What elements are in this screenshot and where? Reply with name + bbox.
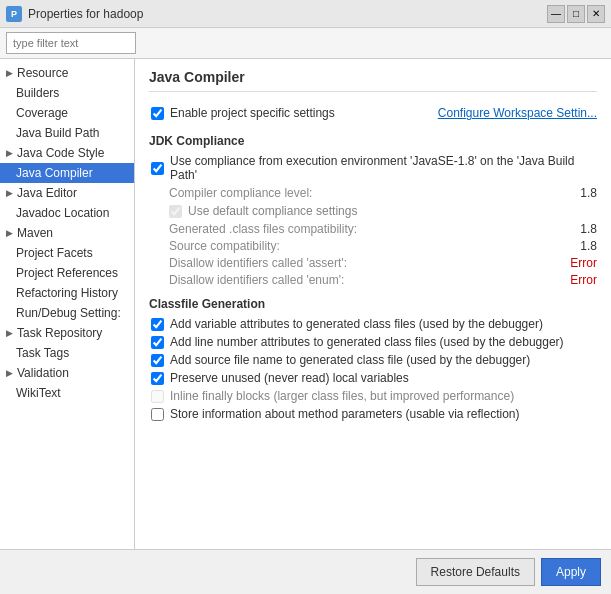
- compiler-compliance-label: Compiler compliance level:: [169, 186, 312, 200]
- sidebar-item-label: Builders: [16, 86, 59, 100]
- bottom-bar: Restore Defaults Apply: [0, 549, 611, 594]
- inline-finally-checkbox[interactable]: [151, 390, 164, 403]
- add-variable-attrs-label: Add variable attributes to generated cla…: [170, 317, 543, 331]
- use-default-compliance-checkbox[interactable]: [169, 205, 182, 218]
- sidebar-item-wikitext[interactable]: WikiText: [0, 383, 134, 403]
- store-method-params-checkbox[interactable]: [151, 408, 164, 421]
- sidebar-item-refactoring-history[interactable]: Refactoring History: [0, 283, 134, 303]
- chevron-right-icon: ▶: [6, 228, 13, 238]
- disallow-assert-value: Error: [570, 256, 597, 270]
- chevron-right-icon: ▶: [6, 188, 13, 198]
- apply-button[interactable]: Apply: [541, 558, 601, 586]
- add-variable-attrs-row: Add variable attributes to generated cla…: [151, 317, 597, 331]
- sidebar-item-label: Validation: [17, 366, 69, 380]
- use-compliance-row: Use compliance from execution environmen…: [151, 154, 597, 182]
- disallow-enum-label: Disallow identifiers called 'enum':: [169, 273, 344, 287]
- disallow-assert-label: Disallow identifiers called 'assert':: [169, 256, 347, 270]
- enable-project-checkbox[interactable]: [151, 107, 164, 120]
- enable-row: Enable project specific settings Configu…: [149, 102, 597, 124]
- sidebar-item-label: Project Facets: [16, 246, 93, 260]
- sidebar-item-project-references[interactable]: Project References: [0, 263, 134, 283]
- preserve-unused-row: Preserve unused (never read) local varia…: [151, 371, 597, 385]
- sidebar-item-javadoc-location[interactable]: Javadoc Location: [0, 203, 134, 223]
- add-line-number-checkbox[interactable]: [151, 336, 164, 349]
- chevron-right-icon: ▶: [6, 68, 13, 78]
- generated-class-files-row: Generated .class files compatibility: 1.…: [169, 222, 597, 236]
- store-method-params-label: Store information about method parameter…: [170, 407, 520, 421]
- sidebar-item-label: Java Compiler: [16, 166, 93, 180]
- sidebar-item-label: Coverage: [16, 106, 68, 120]
- source-compatibility-row: Source compatibility: 1.8: [169, 239, 597, 253]
- sidebar-item-label: Java Editor: [17, 186, 77, 200]
- disallow-enum-row: Disallow identifiers called 'enum': Erro…: [169, 273, 597, 287]
- disallow-assert-row: Disallow identifiers called 'assert': Er…: [169, 256, 597, 270]
- inline-finally-row: Inline finally blocks (larger class file…: [151, 389, 597, 403]
- store-method-params-row: Store information about method parameter…: [151, 407, 597, 421]
- window-title: Properties for hadoop: [28, 7, 143, 21]
- add-source-file-row: Add source file name to generated class …: [151, 353, 597, 367]
- main-panel: Java Compiler Enable project specific se…: [135, 59, 611, 549]
- content-area: ▶ResourceBuildersCoverageJava Build Path…: [0, 59, 611, 549]
- source-compatibility-value: 1.8: [580, 239, 597, 253]
- title-bar-left: P Properties for hadoop: [6, 6, 143, 22]
- add-source-file-checkbox[interactable]: [151, 354, 164, 367]
- restore-defaults-button[interactable]: Restore Defaults: [416, 558, 535, 586]
- close-button[interactable]: ✕: [587, 5, 605, 23]
- sidebar-item-label: Task Repository: [17, 326, 102, 340]
- add-variable-attrs-checkbox[interactable]: [151, 318, 164, 331]
- preserve-unused-checkbox[interactable]: [151, 372, 164, 385]
- add-source-file-label: Add source file name to generated class …: [170, 353, 530, 367]
- sidebar-item-label: Task Tags: [16, 346, 69, 360]
- compiler-compliance-value: 1.8: [580, 186, 597, 200]
- java-build-path-link[interactable]: Java Build Path: [170, 154, 574, 182]
- disallow-enum-value: Error: [570, 273, 597, 287]
- sidebar-item-maven[interactable]: ▶Maven: [0, 223, 134, 243]
- sidebar-item-java-build-path[interactable]: Java Build Path: [0, 123, 134, 143]
- sidebar-item-builders[interactable]: Builders: [0, 83, 134, 103]
- panel-title: Java Compiler: [149, 69, 597, 92]
- sidebar-item-run-debug-settings[interactable]: Run/Debug Setting:: [0, 303, 134, 323]
- sidebar-item-label: Java Code Style: [17, 146, 104, 160]
- sidebar-item-resource[interactable]: ▶Resource: [0, 63, 134, 83]
- chevron-right-icon: ▶: [6, 148, 13, 158]
- generated-class-files-label: Generated .class files compatibility:: [169, 222, 357, 236]
- enable-project-label: Enable project specific settings: [170, 106, 335, 120]
- sidebar-item-label: WikiText: [16, 386, 61, 400]
- chevron-right-icon: ▶: [6, 328, 13, 338]
- add-line-number-row: Add line number attributes to generated …: [151, 335, 597, 349]
- sidebar-item-task-tags[interactable]: Task Tags: [0, 343, 134, 363]
- sidebar-item-task-repository[interactable]: ▶Task Repository: [0, 323, 134, 343]
- maximize-button[interactable]: □: [567, 5, 585, 23]
- title-bar: P Properties for hadoop — □ ✕: [0, 0, 611, 28]
- sidebar: ▶ResourceBuildersCoverageJava Build Path…: [0, 59, 135, 549]
- use-compliance-checkbox[interactable]: [151, 162, 164, 175]
- use-compliance-label: Use compliance from execution environmen…: [170, 154, 597, 182]
- jdk-compliance-header: JDK Compliance: [149, 134, 597, 148]
- use-default-compliance-row: Use default compliance settings: [169, 204, 597, 218]
- sidebar-item-label: Resource: [17, 66, 68, 80]
- compiler-compliance-row: Compiler compliance level: 1.8: [169, 186, 597, 200]
- sidebar-item-java-compiler[interactable]: Java Compiler: [0, 163, 134, 183]
- filter-bar: [0, 28, 611, 59]
- enable-checkbox-row: Enable project specific settings: [151, 106, 335, 120]
- minimize-button[interactable]: —: [547, 5, 565, 23]
- add-line-number-label: Add line number attributes to generated …: [170, 335, 564, 349]
- filter-input[interactable]: [6, 32, 136, 54]
- sidebar-item-validation[interactable]: ▶Validation: [0, 363, 134, 383]
- sidebar-item-label: Java Build Path: [16, 126, 99, 140]
- sidebar-item-project-facets[interactable]: Project Facets: [0, 243, 134, 263]
- configure-workspace-link[interactable]: Configure Workspace Settin...: [438, 106, 597, 120]
- window-controls[interactable]: — □ ✕: [547, 5, 605, 23]
- sidebar-item-label: Project References: [16, 266, 118, 280]
- sidebar-item-java-editor[interactable]: ▶Java Editor: [0, 183, 134, 203]
- chevron-right-icon: ▶: [6, 368, 13, 378]
- sidebar-item-label: Refactoring History: [16, 286, 118, 300]
- sidebar-item-label: Javadoc Location: [16, 206, 109, 220]
- sidebar-item-coverage[interactable]: Coverage: [0, 103, 134, 123]
- sidebar-item-java-code-style[interactable]: ▶Java Code Style: [0, 143, 134, 163]
- sidebar-item-label: Run/Debug Setting:: [16, 306, 121, 320]
- source-compatibility-label: Source compatibility:: [169, 239, 280, 253]
- main-container: ▶ResourceBuildersCoverageJava Build Path…: [0, 28, 611, 594]
- use-default-compliance-label: Use default compliance settings: [188, 204, 357, 218]
- generated-class-files-value: 1.8: [580, 222, 597, 236]
